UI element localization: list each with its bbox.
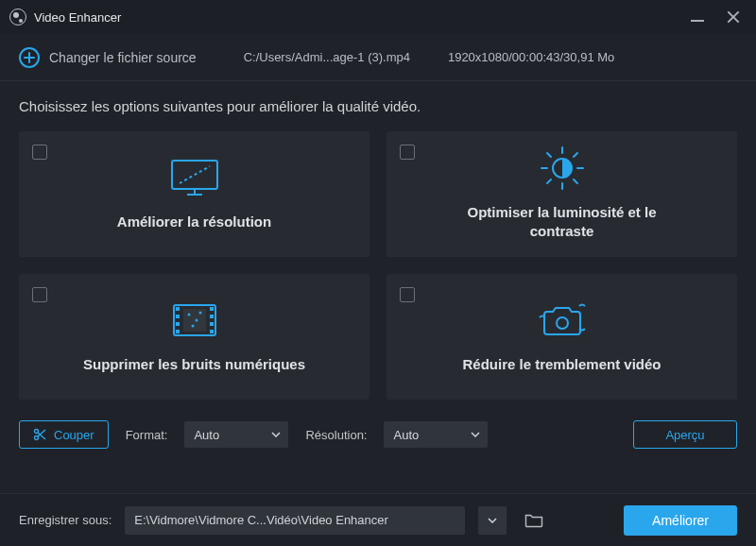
card-brightness-contrast[interactable]: Optimiser la luminosité et le contraste (387, 131, 737, 257)
svg-point-25 (191, 324, 194, 327)
svg-line-9 (547, 153, 551, 157)
enhance-button-label: Améliorer (652, 513, 709, 528)
checkbox[interactable] (32, 145, 47, 160)
save-path-value: E:\Vidmore\Vidmore C...Vidéo\Video Enhan… (134, 513, 388, 527)
card-label: Réduire le tremblement vidéo (462, 355, 661, 374)
svg-rect-22 (183, 309, 206, 332)
save-label: Enregistrer sous: (19, 513, 112, 527)
checkbox[interactable] (400, 145, 415, 160)
svg-rect-20 (210, 322, 214, 326)
option-row: Couper Format: Auto Résolution: Auto Ape… (19, 420, 737, 449)
brightness-icon (538, 145, 587, 192)
footer-bar: Enregistrer sous: E:\Vidmore\Vidmore C..… (0, 493, 756, 546)
format-value: Auto (194, 428, 219, 442)
app-logo-icon (9, 9, 26, 26)
save-path-field[interactable]: E:\Vidmore\Vidmore C...Vidéo\Video Enhan… (125, 506, 465, 535)
chevron-down-icon (471, 432, 480, 437)
enhance-button[interactable]: Améliorer (624, 505, 737, 536)
main-area: Choisissez les options suivantes pour am… (0, 81, 756, 493)
card-label: Améliorer la résolution (117, 213, 271, 231)
svg-point-28 (35, 436, 39, 440)
svg-point-23 (187, 313, 190, 316)
camera-shake-icon (534, 297, 591, 344)
scissors-icon (33, 428, 46, 441)
change-source-link[interactable]: Changer le fichier source (49, 50, 197, 65)
save-path-dropdown[interactable] (478, 506, 507, 535)
format-label: Format: (126, 428, 168, 442)
card-label: Optimiser la luminosité et le contraste (439, 203, 685, 240)
checkbox[interactable] (400, 287, 415, 302)
resolution-label: Résolution: (305, 428, 367, 442)
svg-point-26 (198, 311, 201, 314)
cut-button[interactable]: Couper (19, 420, 109, 449)
folder-icon (524, 513, 543, 528)
checkbox[interactable] (32, 287, 47, 302)
plus-circle-icon[interactable] (19, 47, 40, 68)
svg-rect-19 (210, 315, 214, 318)
card-label: Supprimer les bruits numériques (83, 355, 305, 374)
film-noise-icon (168, 297, 221, 344)
chevron-down-icon (488, 518, 497, 523)
svg-rect-18 (210, 307, 214, 311)
resolution-value: Auto (393, 428, 419, 442)
card-upscale-resolution[interactable]: Améliorer la résolution (19, 131, 369, 257)
close-button[interactable] (726, 9, 741, 25)
source-bar: Changer le fichier source C:/Users/Admi.… (0, 34, 756, 81)
title-bar: Video Enhancer (0, 0, 756, 34)
svg-line-10 (574, 179, 577, 183)
minimize-button[interactable] (690, 9, 705, 25)
preview-button[interactable]: Aperçu (633, 420, 737, 449)
option-cards: Améliorer la résolution (19, 131, 737, 400)
svg-point-27 (557, 317, 568, 329)
svg-line-12 (574, 153, 577, 157)
svg-rect-21 (210, 330, 214, 333)
format-dropdown[interactable]: Auto (184, 421, 288, 448)
svg-rect-16 (176, 322, 180, 326)
intro-text: Choisissez les options suivantes pour am… (19, 98, 737, 114)
svg-rect-14 (176, 307, 180, 311)
resolution-dropdown[interactable]: Auto (384, 421, 488, 448)
card-reduce-shaking[interactable]: Réduire le tremblement vidéo (387, 274, 737, 400)
chevron-down-icon (271, 432, 281, 437)
app-title: Video Enhancer (34, 10, 121, 25)
source-meta: 1920x1080/00:00:43/30,91 Mo (448, 50, 614, 64)
source-path: C:/Users/Admi...age-1 (3).mp4 (244, 50, 410, 64)
cut-button-label: Couper (54, 428, 94, 442)
svg-point-29 (35, 430, 39, 434)
card-remove-noise[interactable]: Supprimer les bruits numériques (19, 274, 369, 400)
window-controls (690, 9, 747, 25)
svg-rect-15 (176, 315, 180, 318)
preview-button-label: Aperçu (665, 428, 704, 442)
open-folder-button[interactable] (520, 506, 548, 535)
svg-rect-17 (176, 330, 180, 333)
monitor-upscale-icon (166, 154, 223, 201)
svg-line-1 (180, 166, 210, 183)
svg-line-11 (547, 179, 551, 183)
svg-point-24 (195, 318, 198, 321)
